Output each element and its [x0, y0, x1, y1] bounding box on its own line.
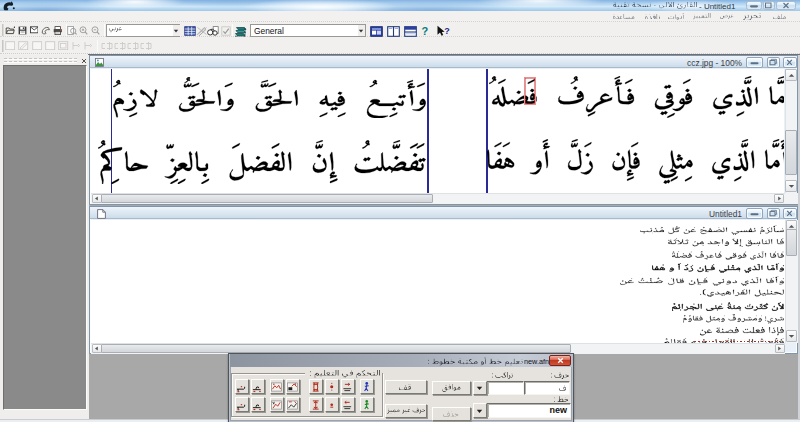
- svg-text:?: ?: [444, 26, 450, 36]
